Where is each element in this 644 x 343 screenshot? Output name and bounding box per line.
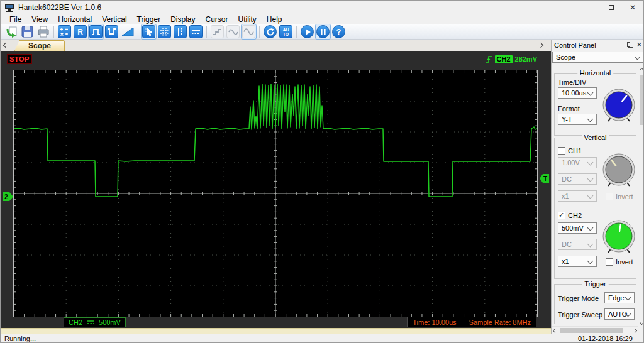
- toolbar-separator: [53, 26, 54, 38]
- sample-rate: Sample Rate: 8MHz: [469, 318, 531, 326]
- panel-selector-dropdown[interactable]: Scope: [552, 52, 644, 63]
- svg-text:2: 2: [4, 193, 8, 200]
- sine-wave-icon: [243, 28, 254, 36]
- ch2-volts-dropdown[interactable]: 500mV: [558, 222, 597, 234]
- menu-vertical[interactable]: Vertical: [97, 14, 131, 24]
- ch1-invert-checkbox[interactable]: [606, 193, 613, 200]
- start-button[interactable]: [300, 24, 314, 39]
- ch2-enable-row: CH2: [558, 212, 582, 219]
- close-button[interactable]: ✕: [622, 1, 643, 14]
- ch1-checkbox[interactable]: [558, 147, 565, 155]
- step-wave-button[interactable]: [210, 24, 225, 39]
- chevron-down-icon: [587, 160, 594, 166]
- tab-scope[interactable]: Scope: [14, 40, 65, 51]
- sine-wave-small-button[interactable]: [226, 24, 240, 39]
- grid-display-button[interactable]: [157, 24, 172, 39]
- math-operations-button[interactable]: [57, 24, 72, 39]
- print-button[interactable]: [36, 24, 50, 39]
- ch2-probe-value: x1: [562, 258, 569, 265]
- svg-text:T: T: [543, 175, 547, 182]
- panel-close-icon[interactable]: ✕: [636, 41, 642, 49]
- ch2-coupling-dropdown[interactable]: DC: [558, 239, 597, 250]
- help-button[interactable]: ?: [331, 24, 346, 39]
- channel2-position-marker[interactable]: 2: [3, 192, 14, 202]
- horizontal-scroll-thumb[interactable]: [560, 328, 623, 333]
- horizontal-cursors-button[interactable]: [189, 24, 203, 39]
- menu-help[interactable]: Help: [262, 14, 287, 24]
- menu-utility[interactable]: Utility: [233, 14, 262, 24]
- format-dropdown[interactable]: Y-T: [558, 114, 597, 125]
- chevron-right-icon: [538, 43, 543, 48]
- timebase-readout: Time: 10.00us Sample Rate: 8MHz: [407, 317, 536, 327]
- tab-bar: Scope: [1, 40, 551, 51]
- horizontal-position-knob[interactable]: [601, 88, 637, 126]
- vertical-scroll-thumb[interactable]: [640, 75, 644, 125]
- restore-button[interactable]: [601, 1, 622, 14]
- channel-scale-value: 500mV: [99, 318, 121, 326]
- step-wave-icon: [213, 28, 222, 36]
- ch2-invert-label: Invert: [616, 258, 633, 266]
- panel-selector-value: Scope: [556, 53, 575, 61]
- chevron-down-icon: [587, 193, 594, 199]
- ch1-position-knob[interactable]: [601, 153, 637, 191]
- open-file-icon: [6, 26, 18, 38]
- chevron-up-icon: [640, 67, 644, 72]
- chevron-down-icon: [625, 295, 631, 301]
- minimize-button[interactable]: [579, 1, 601, 14]
- trigger-level-value: 282mV: [515, 55, 537, 63]
- auto-set-button[interactable]: AUTO: [279, 24, 293, 39]
- pin-icon[interactable]: [625, 41, 631, 48]
- menu-display[interactable]: Display: [165, 14, 200, 24]
- rising-pulse-button[interactable]: [89, 24, 103, 39]
- falling-pulse-button[interactable]: [104, 24, 119, 39]
- toolbar-separator: [259, 26, 260, 38]
- sine-wave-button[interactable]: [242, 24, 256, 39]
- cursor-select-button[interactable]: [142, 24, 156, 39]
- ramp-wave-button[interactable]: [120, 24, 135, 39]
- title-bar: Hantek6022BE Ver 1.0.6 ✕: [1, 1, 643, 14]
- vertical-scrollbar[interactable]: [638, 66, 644, 326]
- menu-bar: File View Horizontal Vertical Trigger Di…: [1, 14, 643, 24]
- math-operations-icon: [60, 27, 69, 36]
- open-file-button[interactable]: [4, 24, 19, 39]
- ch1-probe-value: x1: [562, 192, 569, 200]
- time-per-div: Time: 10.00us: [413, 318, 456, 326]
- pause-button[interactable]: [316, 24, 330, 39]
- refresh-button[interactable]: [263, 24, 277, 39]
- trigger-sweep-label: Trigger Sweep: [558, 311, 602, 318]
- ch2-probe-dropdown[interactable]: x1: [558, 256, 597, 267]
- ch1-enable-row: CH1: [558, 147, 582, 155]
- ch1-probe-dropdown[interactable]: x1: [558, 190, 597, 202]
- menu-view[interactable]: View: [26, 14, 53, 24]
- menu-trigger[interactable]: Trigger: [132, 14, 166, 24]
- vertical-cursors-button[interactable]: [173, 24, 187, 39]
- tab-scroll-left-button[interactable]: [2, 41, 9, 49]
- horizontal-group-title: Horizontal: [577, 69, 614, 77]
- ch2-position-knob[interactable]: [601, 219, 637, 258]
- ch2-invert-checkbox[interactable]: [606, 258, 613, 266]
- scroll-up-button[interactable]: [638, 66, 644, 74]
- menu-cursor[interactable]: Cursor: [201, 14, 233, 24]
- ch1-coupling-dropdown[interactable]: DC: [558, 173, 597, 185]
- save-button[interactable]: [20, 24, 35, 39]
- menu-file[interactable]: File: [4, 14, 26, 24]
- chevron-down-icon: [587, 90, 594, 96]
- toolbar: R: [1, 24, 643, 40]
- scroll-down-button[interactable]: [638, 318, 644, 326]
- trigger-readout: CH2 282mV: [486, 54, 538, 64]
- grid-display-icon: [160, 27, 169, 36]
- format-value: Y-T: [562, 116, 572, 123]
- timediv-dropdown[interactable]: 10.00us: [558, 87, 597, 99]
- trigger-mode-dropdown[interactable]: Edge: [604, 292, 635, 303]
- menu-horizontal[interactable]: Horizontal: [53, 14, 97, 24]
- trigger-level-marker[interactable]: T: [540, 174, 549, 184]
- ch1-volts-dropdown[interactable]: 1.00V: [558, 157, 597, 168]
- save-icon: [21, 26, 33, 38]
- close-icon: ✕: [630, 4, 636, 11]
- tab-scroll-right-button[interactable]: [537, 41, 545, 49]
- ch2-checkbox[interactable]: [558, 212, 565, 219]
- channel-label: CH2: [69, 318, 82, 326]
- horizontal-scrollbar[interactable]: [552, 326, 638, 334]
- trigger-sweep-dropdown[interactable]: AUTO: [604, 308, 635, 320]
- reference-wave-button[interactable]: R: [73, 24, 87, 39]
